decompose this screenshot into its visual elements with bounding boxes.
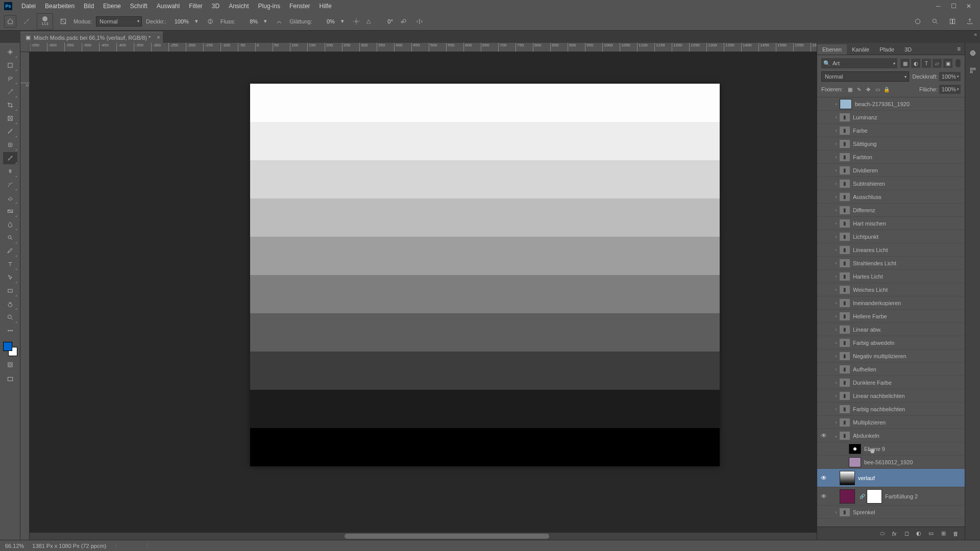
home-button[interactable] xyxy=(4,15,16,28)
expand-arrow-icon[interactable]: › xyxy=(832,168,840,173)
folder-icon[interactable]: ▮ xyxy=(840,352,850,360)
quick-mask-icon[interactable] xyxy=(3,359,17,370)
layer-row[interactable]: bee-5618012_1920 xyxy=(817,456,965,469)
flow-value[interactable]: 8% xyxy=(239,18,258,24)
layer-row[interactable]: ›▮Hartes Licht xyxy=(817,270,965,283)
layer-row[interactable]: ›beach-2179361_1920 xyxy=(817,97,965,111)
new-adjustment-icon[interactable]: ◐ xyxy=(915,530,923,538)
layer-name[interactable]: Hart mischen xyxy=(853,220,886,227)
layer-name[interactable]: Farbig nachbelichten xyxy=(853,406,905,412)
layer-fx-icon[interactable]: fx xyxy=(890,530,898,538)
expand-arrow-icon[interactable]: › xyxy=(832,155,840,160)
lock-position-icon[interactable]: ✥ xyxy=(864,85,872,93)
folder-icon[interactable]: ▮ xyxy=(840,219,850,228)
expand-arrow-icon[interactable]: › xyxy=(832,274,840,279)
layer-name[interactable]: Sprenkel xyxy=(853,509,875,515)
workspace-switch-icon[interactable] xyxy=(946,15,959,28)
delete-layer-icon[interactable]: 🗑 xyxy=(951,530,960,538)
brush-settings-toggle[interactable] xyxy=(57,15,69,28)
layer-row[interactable]: ›▮Subtrahieren xyxy=(817,177,965,190)
opacity-value[interactable]: 100% xyxy=(170,18,189,24)
folder-icon[interactable]: ▮ xyxy=(840,180,850,188)
expand-arrow-icon[interactable]: › xyxy=(832,340,840,345)
expand-arrow-icon[interactable]: › xyxy=(832,407,840,412)
layer-name[interactable]: Weiches Licht xyxy=(853,287,888,293)
expand-arrow-icon[interactable]: › xyxy=(832,261,840,266)
flow-dropdown-icon[interactable]: ▾ xyxy=(262,17,269,26)
layer-name[interactable]: Farbe xyxy=(853,128,868,134)
expand-arrow-icon[interactable]: ⌄ xyxy=(832,433,840,438)
layer-name[interactable]: Hellere Farbe xyxy=(853,313,887,319)
layer-name[interactable]: Hartes Licht xyxy=(853,273,883,280)
layer-name[interactable]: Ebene 9 xyxy=(864,446,885,452)
expand-arrow-icon[interactable]: › xyxy=(832,247,840,253)
visibility-toggle[interactable]: 👁 xyxy=(817,493,830,500)
color-panel-icon[interactable] xyxy=(968,48,978,58)
menu-bearbeiten[interactable]: Bearbeiten xyxy=(41,1,79,12)
folder-icon[interactable]: ▮ xyxy=(840,233,850,241)
filter-shape-icon[interactable]: ▱ xyxy=(933,59,942,68)
panel-tab-3d[interactable]: 3D xyxy=(899,44,917,55)
ruler-origin[interactable] xyxy=(20,43,30,52)
tool-eyedropper[interactable] xyxy=(3,126,17,138)
layer-name[interactable]: beach-2179361_1920 xyxy=(855,101,910,107)
layer-name[interactable]: Linear abw. xyxy=(853,327,881,333)
layer-row[interactable]: ›▮Ausschluss xyxy=(817,190,965,204)
tool-eraser[interactable] xyxy=(3,192,17,204)
filter-adjust-icon[interactable]: ◐ xyxy=(911,59,920,68)
layer-row[interactable]: ›▮Dividieren xyxy=(817,164,965,177)
expand-arrow-icon[interactable]: › xyxy=(832,128,840,133)
menu-plug-ins[interactable]: Plug-ins xyxy=(254,1,284,12)
tool-artboard[interactable] xyxy=(3,59,17,71)
document-tab[interactable]: ▣ Misch Modis.psdc bei 66,1% (verlauf, R… xyxy=(20,32,163,43)
airbrush-icon[interactable] xyxy=(273,15,285,28)
layer-blend-mode-dropdown[interactable]: Normal xyxy=(821,71,909,82)
tool-frame[interactable] xyxy=(3,112,17,124)
ruler-horizontal[interactable]: -650-600-550-500-450-400-350-300-250-200… xyxy=(30,43,817,52)
folder-icon[interactable]: ▮ xyxy=(840,325,850,334)
layer-name[interactable]: Strahlendes Licht xyxy=(853,260,896,266)
layer-row[interactable]: ›▮Linear abw. xyxy=(817,323,965,336)
tool-dodge[interactable] xyxy=(3,232,17,244)
tool-crop[interactable] xyxy=(3,99,17,111)
filter-type-icon[interactable]: T xyxy=(922,59,931,68)
ruler-vertical[interactable]: 0 xyxy=(20,52,30,540)
expand-arrow-icon[interactable]: › xyxy=(832,221,840,226)
color-swatches[interactable] xyxy=(3,342,17,356)
scrollbar-thumb[interactable] xyxy=(345,534,549,539)
visibility-toggle[interactable]: 👁 xyxy=(817,474,830,482)
canvas-area[interactable]: -650-600-550-500-450-400-350-300-250-200… xyxy=(20,43,817,540)
tool-gradient[interactable] xyxy=(3,205,17,217)
folder-icon[interactable]: ▮ xyxy=(840,339,850,347)
fill-value[interactable]: 100% xyxy=(939,85,961,94)
link-layers-icon[interactable]: ⬭ xyxy=(878,530,886,538)
layer-row[interactable]: ›▮Ineinanderkopieren xyxy=(817,296,965,310)
menu-filter[interactable]: Filter xyxy=(185,1,207,12)
lock-transparency-icon[interactable]: ▦ xyxy=(846,85,854,93)
expand-arrow-icon[interactable]: › xyxy=(832,208,840,213)
folder-icon[interactable]: ▮ xyxy=(840,508,850,516)
expand-arrow-icon[interactable]: › xyxy=(832,300,840,306)
smoothing-value[interactable]: 0% xyxy=(316,18,335,24)
menu-bild[interactable]: Bild xyxy=(80,1,98,12)
tool-hand[interactable] xyxy=(3,298,17,310)
tool-pen[interactable] xyxy=(3,245,17,257)
filter-toggle[interactable] xyxy=(955,59,961,67)
layer-thumbnail[interactable] xyxy=(849,457,861,467)
expand-arrow-icon[interactable]: › xyxy=(832,327,840,332)
menu-datei[interactable]: Datei xyxy=(17,1,40,12)
layer-row[interactable]: ›▮Farbig nachbelichten xyxy=(817,403,965,416)
layer-name[interactable]: Ausschluss xyxy=(853,194,881,200)
folder-icon[interactable]: ▮ xyxy=(840,153,850,161)
tool-wand[interactable] xyxy=(3,86,17,98)
layer-row[interactable]: ›▮Farbe xyxy=(817,124,965,137)
expand-arrow-icon[interactable]: › xyxy=(832,115,840,120)
layer-filter-dropdown[interactable]: 🔍 Art ▾ xyxy=(821,58,897,68)
layer-thumbnail[interactable] xyxy=(840,99,852,109)
swatches-panel-icon[interactable] xyxy=(968,65,978,76)
layer-name[interactable]: Differenz xyxy=(853,207,875,213)
cloud-docs-icon[interactable] xyxy=(912,15,924,28)
opacity-dropdown-icon[interactable]: ▾ xyxy=(193,17,200,26)
layer-row[interactable]: ›▮Lichtpunkt xyxy=(817,230,965,243)
pressure-opacity-icon[interactable] xyxy=(204,15,216,28)
